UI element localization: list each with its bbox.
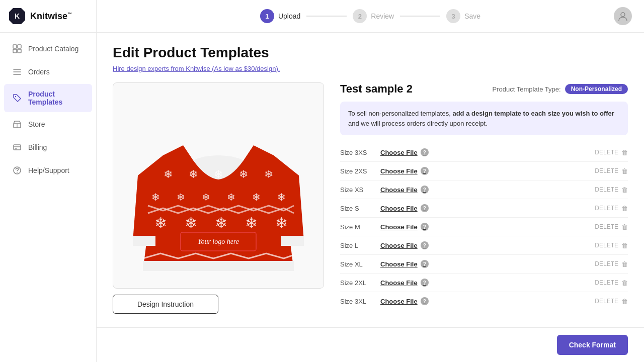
choose-file-link-m[interactable]: Choose File ? <box>380 223 429 231</box>
sidebar-item-help[interactable]: Help/Support <box>4 159 92 182</box>
billing-icon <box>12 142 22 152</box>
choose-file-link-2xl[interactable]: Choose File ? <box>380 279 429 287</box>
trash-icon-2xl: 🗑 <box>621 279 628 287</box>
app-name: Knitwise™ <box>30 11 72 22</box>
svg-text:❄: ❄ <box>164 168 173 180</box>
step-2-circle: 2 <box>353 9 367 23</box>
choose-file-link-3xs[interactable]: Choose File ? <box>380 148 429 156</box>
check-format-button[interactable]: Check Format <box>557 335 628 355</box>
sidebar-item-orders[interactable]: Orders <box>4 61 92 83</box>
delete-button-2xl[interactable]: DELETE 🗑 <box>595 279 628 287</box>
size-rows: Size 3XS Choose File ? DELETE 🗑 Size 2XS… <box>340 143 628 310</box>
design-instruction-button[interactable]: Design Instruction <box>113 295 218 314</box>
list-icon <box>12 67 22 77</box>
size-label-2xs: Size 2XS <box>340 167 380 175</box>
template-type-row: Product Template Type: Non-Personalized <box>493 84 628 94</box>
main-area: 1 Upload 2 Review 3 Save <box>97 0 644 362</box>
delete-button-2xs[interactable]: DELETE 🗑 <box>595 167 628 175</box>
user-icon <box>617 11 628 22</box>
content-row: ❄ ❄ ❄ ❄ ❄ ❄ ❄ ❄ ❄ ❄ ❄ <box>113 82 628 314</box>
svg-text:❄: ❄ <box>227 192 235 203</box>
delete-button-xs[interactable]: DELETE 🗑 <box>595 186 628 194</box>
template-type-badge: Non-Personalized <box>565 84 628 94</box>
info-icon-m[interactable]: ? <box>421 223 429 231</box>
choose-file-link-3xl[interactable]: Choose File ? <box>380 297 429 305</box>
svg-text:❄: ❄ <box>252 192 261 203</box>
trash-icon-s: 🗑 <box>621 205 628 212</box>
size-row-3xl: Size 3XL Choose File ? DELETE 🗑 <box>340 292 628 310</box>
sidebar-item-label: Billing <box>28 143 47 151</box>
hire-link[interactable]: Hire design experts from Knitwise (As lo… <box>113 65 280 72</box>
svg-text:❄: ❄ <box>214 168 223 180</box>
svg-text:❄: ❄ <box>177 192 185 203</box>
trash-icon-xs: 🗑 <box>621 186 628 194</box>
size-row-s: Size S Choose File ? DELETE 🗑 <box>340 199 628 218</box>
sidebar: K Knitwise™ Product Catalog <box>0 0 97 362</box>
svg-text:❄: ❄ <box>185 215 197 231</box>
logo-icon: K <box>8 7 26 25</box>
sidebar-item-billing[interactable]: Billing <box>4 136 92 158</box>
grid-icon <box>12 44 22 54</box>
svg-text:❄: ❄ <box>202 192 210 203</box>
info-icon-xl[interactable]: ? <box>421 260 429 268</box>
trash-icon-3xs: 🗑 <box>621 149 628 156</box>
trash-icon-3xl: 🗑 <box>621 298 628 305</box>
svg-rect-12 <box>14 145 21 150</box>
user-avatar-button[interactable] <box>614 7 632 25</box>
delete-button-xl[interactable]: DELETE 🗑 <box>595 260 628 268</box>
product-name-row: Test sample 2 Product Template Type: Non… <box>340 82 628 96</box>
svg-text:❄: ❄ <box>154 215 167 231</box>
svg-point-17 <box>621 13 625 17</box>
info-icon-3xl[interactable]: ? <box>421 297 429 305</box>
step-2: 2 Review <box>353 9 394 23</box>
info-icon-3xs[interactable]: ? <box>421 148 429 156</box>
sidebar-item-product-templates[interactable]: Product Templates <box>4 84 92 112</box>
svg-text:❄: ❄ <box>189 168 198 180</box>
info-icon-s[interactable]: ? <box>421 204 429 212</box>
size-label-xs: Size XS <box>340 186 380 194</box>
choose-file-link-xl[interactable]: Choose File ? <box>380 260 429 268</box>
info-icon-xs[interactable]: ? <box>421 186 429 194</box>
size-row-xl: Size XL Choose File ? DELETE 🗑 <box>340 255 628 274</box>
delete-button-3xs[interactable]: DELETE 🗑 <box>595 149 628 156</box>
sidebar-item-label: Help/Support <box>28 166 69 174</box>
size-row-l: Size L Choose File ? DELETE 🗑 <box>340 236 628 255</box>
sidebar-item-store[interactable]: Store <box>4 113 92 135</box>
svg-text:❄: ❄ <box>215 215 227 231</box>
delete-button-s[interactable]: DELETE 🗑 <box>595 205 628 212</box>
choose-file-link-s[interactable]: Choose File ? <box>380 204 429 212</box>
info-icon-l[interactable]: ? <box>421 241 429 249</box>
template-type-label: Product Template Type: <box>493 85 561 93</box>
size-label-3xs: Size 3XS <box>340 149 380 156</box>
info-icon-2xl[interactable]: ? <box>421 279 429 287</box>
svg-rect-5 <box>18 49 21 53</box>
size-row-3xs: Size 3XS Choose File ? DELETE 🗑 <box>340 143 628 162</box>
size-row-2xs: Size 2XS Choose File ? DELETE 🗑 <box>340 162 628 180</box>
trash-icon-2xs: 🗑 <box>621 167 628 175</box>
delete-button-m[interactable]: DELETE 🗑 <box>595 223 628 231</box>
choose-file-link-xs[interactable]: Choose File ? <box>380 186 429 194</box>
logo-area: K Knitwise™ <box>0 0 96 33</box>
step-2-label: Review <box>371 12 394 20</box>
trash-icon-m: 🗑 <box>621 223 628 231</box>
page-title: Edit Product Templates <box>113 45 628 61</box>
step-connector-2-3 <box>400 16 440 17</box>
product-panel: ❄ ❄ ❄ ❄ ❄ ❄ ❄ ❄ ❄ ❄ ❄ <box>113 82 324 314</box>
delete-button-3xl[interactable]: DELETE 🗑 <box>595 298 628 305</box>
delete-button-l[interactable]: DELETE 🗑 <box>595 242 628 249</box>
step-1-label: Upload <box>278 12 300 20</box>
svg-text:❄: ❄ <box>277 192 286 203</box>
svg-text:Your logo here: Your logo here <box>198 238 239 245</box>
info-icon-2xs[interactable]: ? <box>421 167 429 175</box>
step-3-circle: 3 <box>446 9 460 23</box>
choose-file-link-l[interactable]: Choose File ? <box>380 241 429 249</box>
steps-indicator: 1 Upload 2 Review 3 Save <box>260 9 480 23</box>
product-name: Test sample 2 <box>340 82 413 96</box>
sidebar-item-product-catalog[interactable]: Product Catalog <box>4 38 92 60</box>
svg-text:❄: ❄ <box>264 168 273 180</box>
svg-text:K: K <box>15 12 20 20</box>
tag-icon <box>12 93 22 103</box>
product-image-box: ❄ ❄ ❄ ❄ ❄ ❄ ❄ ❄ ❄ ❄ ❄ <box>113 82 324 289</box>
sizes-panel: Test sample 2 Product Template Type: Non… <box>340 82 628 310</box>
choose-file-link-2xs[interactable]: Choose File ? <box>380 167 429 175</box>
